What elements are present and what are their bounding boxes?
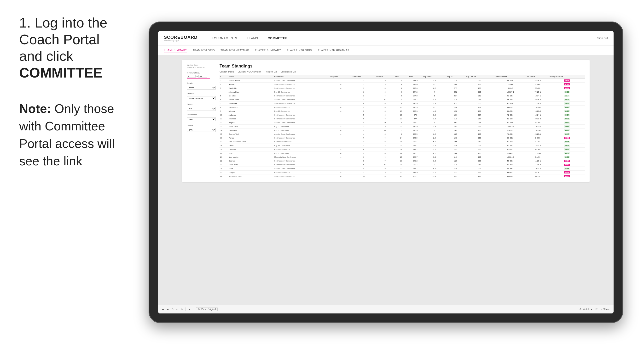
sub-nav-player-summary[interactable]: PLAYER SUMMARY [255,48,281,52]
cell-overall: 59-41-1 [494,152,526,155]
cell-adj-score: -3.5 [422,113,446,117]
cell-vs-top25: 18-12-1 [526,106,549,109]
cell-overall: 76-26-1 [494,132,526,136]
cell-adj-score: -3.5 [422,125,446,129]
toolbar-watch-btn[interactable]: 👁 Watch ▼ [579,308,593,311]
cell-overall: 80-25-2 [494,136,526,140]
cell-rnds: 23 [394,113,408,117]
filter-min-input[interactable] [187,75,196,78]
cell-adj-score: -0.7 [422,152,446,155]
cell-avg-low: 203 [465,86,494,90]
cell-wins: 276.5 [408,129,422,132]
cell-rank: 6 [220,98,228,102]
cell-vs-top50: 89.13 [549,79,585,83]
cell-conference: Big Ten Conference [274,144,330,148]
nav-teams[interactable]: TEAMS [242,31,263,45]
cell-rnds: 6 [394,86,408,90]
table-row: 20 Texas Big 12 Conference – 3 8 22 278.… [220,152,585,155]
cell-conf-rank: 7 [352,136,376,140]
col-conference: Conference [274,75,330,79]
cell-rnds: 27 [394,167,408,171]
table-meta: Gender: Men's Division: NCAA Division I … [220,71,585,73]
sub-nav-team-h2h-heatmap[interactable]: TEAM H2H HEATMAP [220,48,249,52]
filter-conference-select[interactable]: (All) [187,117,216,121]
cell-no-tour: 10 [376,98,394,102]
cell-school: Tennessee [228,102,274,106]
toolbar-grid[interactable]: ⊝ [181,308,183,311]
cell-vs-top25: 23-23-1 [526,132,549,136]
nav-tournaments[interactable]: TOURNAMENTS [207,31,242,45]
toolbar-view-btn[interactable]: 👁 View: Original [196,307,218,311]
cell-wins: 276.5 [408,132,422,136]
cell-rnds: 24 [394,140,408,144]
cell-rank: 20 [220,152,228,155]
cell-vs-top50: 88.38 [549,171,585,174]
cell-overall: 72-30-1 [494,113,526,117]
cell-reg-rank: – [330,132,352,136]
cell-rnds: 23 [394,174,408,178]
cell-avg-low: 271 [465,171,494,174]
cell-avg-low: 264 [465,98,494,102]
cell-rnds: 4 [394,79,408,83]
cell-vs-top50: 80.27 [549,148,585,152]
cell-no-tour: 8 [376,109,394,113]
table-row: 25 Oregon Pac-12 Conference – 7 9 21 278… [220,171,585,174]
cell-adj-score: -2.9 [422,136,446,140]
cell-reg-rank: – [330,86,352,90]
cell-school: Georgia Tech [228,132,274,136]
sub-nav-player-h2h-grid[interactable]: PLAYER H2H GRID [287,48,312,52]
filter-school-select[interactable]: (All) [187,128,216,132]
filter-division-select[interactable]: NCAA Division I [187,96,216,100]
nav-committee[interactable]: COMMITTEE [263,31,292,45]
cell-avg-low: 221 [465,167,494,171]
cell-rank: 2 [220,83,228,86]
cell-avg-low: 268 [465,117,494,121]
cell-wins: 278.7 [408,155,422,159]
table-row: 5 Ole Miss Southeastern Conference – 3 6… [220,94,585,98]
cell-overall: 82-25-1 [494,144,526,148]
cell-adj-score: -1.4 [422,144,446,148]
filter-school-label: School [187,124,216,126]
col-vs-top25: Vs Top 25 [526,75,549,79]
toolbar-share-small[interactable]: □ [176,308,178,311]
cell-avg-sg: 0.97 [446,174,465,178]
toolbar-share-btn[interactable]: ↗ Share [600,308,610,311]
note-text: Note: Only those with Committee Portal a… [19,100,125,170]
toolbar-clock[interactable]: ● [188,308,190,311]
cell-rank: 12 [220,121,228,125]
cell-avg-sg: 2.52 [446,90,465,94]
toolbar-back[interactable]: ◀ [162,308,164,311]
cell-school: Oklahoma [228,129,274,132]
view-icon: 👁 [198,308,200,311]
filter-conference: Conference (All) [187,114,216,121]
sign-out-link[interactable]: Sign out [597,37,608,40]
cell-avg-low: 258 [465,136,494,140]
cell-avg-sg: 1.39 [446,167,465,171]
toolbar-refresh[interactable]: ↻ [172,308,174,311]
sub-nav-player-h2h-heatmap[interactable]: PLAYER H2H HEATMAP [318,48,350,52]
filter-max-input[interactable] [198,75,207,78]
watch-icon: 👁 [579,308,582,311]
filter-min-rounds-label: Minimum Rou... [187,72,216,74]
cell-adj-score: -3.8 [422,117,446,121]
cell-reg-rank: – [330,163,352,167]
sub-nav-team-h2h-grid[interactable]: TEAM H2H GRID [193,48,215,52]
cell-conf-rank: 4 [352,121,376,125]
cell-vs-top25: 17-9-0 [526,121,549,125]
cell-avg-sg: 1.41 [446,155,465,159]
cell-no-tour: 9 [376,167,394,171]
table-row: 10 Alabama Southeastern Conference – 5 8… [220,113,585,117]
filter-gender-select[interactable]: Men's [187,86,216,90]
cell-reg-rank: – [330,159,352,163]
cell-reg-rank: – [330,79,352,83]
cell-rnds: 27 [394,125,408,129]
cell-avg-low: 268 [465,121,494,125]
filter-region-select[interactable]: N/A [187,107,216,111]
cell-rnds: 8 [394,94,408,98]
cell-wins: 276 [408,113,422,117]
cell-avg-sg: 1.98 [446,109,465,113]
toolbar-forward[interactable]: ▶ [167,308,169,311]
cell-school: Ole Miss [228,94,274,98]
toolbar-expand[interactable]: ⇱ [596,308,598,311]
sub-nav-team-summary[interactable]: TEAM SUMMARY [164,48,187,52]
